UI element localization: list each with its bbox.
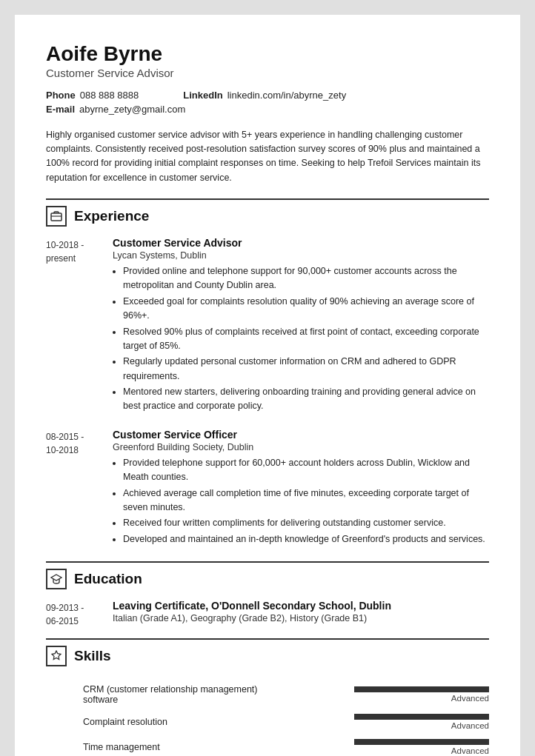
email-contact: E-mail abyrne_zety@gmail.com	[46, 104, 185, 115]
candidate-title: Customer Service Advisor	[46, 67, 489, 79]
skill-row: Complaint resolution Advanced	[46, 706, 489, 732]
exp-job-title: Customer Service Advisor	[113, 237, 489, 249]
education-section: Education 09-2013 -06-2015 Leaving Certi…	[46, 561, 489, 628]
skill-name: Time management	[83, 735, 276, 754]
svg-rect-0	[51, 213, 62, 221]
experience-entry: 08-2015 -10-2018 Customer Service Office…	[46, 429, 489, 548]
skill-bar	[354, 739, 489, 745]
experience-title: Experience	[74, 208, 149, 224]
education-list: 09-2013 -06-2015 Leaving Certificate, O'…	[46, 600, 489, 628]
exp-date: 08-2015 -10-2018	[46, 429, 113, 548]
exp-content: Customer Service Advisor Lycan Systems, …	[113, 237, 489, 415]
skill-bar-area: Advanced	[276, 706, 489, 732]
skill-level: Advanced	[451, 694, 489, 703]
exp-job-title: Customer Service Officer	[113, 429, 489, 441]
skill-name: Complaint resolution	[83, 709, 276, 729]
bullet-item: Achieved average call completion time of…	[123, 486, 489, 515]
exp-bullets: Provided telephone support for 60,000+ a…	[113, 456, 489, 546]
experience-entry: 10-2018 -present Customer Service Adviso…	[46, 237, 489, 415]
skills-header: Skills	[46, 638, 489, 666]
skill-level: Advanced	[451, 746, 489, 755]
email-value: abyrne_zety@gmail.com	[79, 104, 185, 115]
experience-list: 10-2018 -present Customer Service Adviso…	[46, 237, 489, 548]
contact-row-2: E-mail abyrne_zety@gmail.com	[46, 104, 489, 115]
experience-header: Experience	[46, 198, 489, 227]
education-entry: 09-2013 -06-2015 Leaving Certificate, O'…	[46, 600, 489, 628]
education-icon	[46, 569, 67, 589]
bullet-item: Developed and maintained an in-depth kno…	[123, 532, 489, 546]
linkedin-contact: LinkedIn linkedin.com/in/abyrne_zety	[183, 90, 346, 101]
bullet-item: Regularly updated personal customer info…	[123, 355, 489, 384]
summary-text: Highly organised customer service adviso…	[46, 128, 489, 186]
edu-date: 09-2013 -06-2015	[46, 600, 113, 628]
phone-contact: Phone 088 888 8888	[46, 90, 139, 101]
skill-bar-area: Advanced	[276, 679, 489, 704]
edu-subjects: Italian (Grade A1), Geography (Grade B2)…	[113, 613, 489, 623]
linkedin-label: LinkedIn	[183, 90, 222, 101]
contact-row-1: Phone 088 888 8888 LinkedIn linkedin.com…	[46, 90, 489, 101]
header: Aoife Byrne Customer Service Advisor Pho…	[46, 41, 489, 115]
experience-section: Experience 10-2018 -present Customer Ser…	[46, 198, 489, 548]
education-header: Education	[46, 561, 489, 589]
skill-bar-area: Advanced	[276, 732, 489, 756]
resume-page: Aoife Byrne Customer Service Advisor Pho…	[15, 15, 520, 756]
exp-company: Greenford Building Society, Dublin	[113, 442, 489, 452]
exp-content: Customer Service Officer Greenford Build…	[113, 429, 489, 548]
exp-date: 10-2018 -present	[46, 237, 113, 415]
candidate-name: Aoife Byrne	[46, 41, 489, 67]
education-title: Education	[74, 571, 142, 587]
exp-bullets: Provided online and telephone support fo…	[113, 264, 489, 414]
svg-marker-2	[51, 575, 62, 581]
bullet-item: Provided online and telephone support fo…	[123, 264, 489, 293]
bullet-item: Provided telephone support for 60,000+ a…	[123, 456, 489, 485]
exp-company: Lycan Systems, Dublin	[113, 250, 489, 261]
edu-degree: Leaving Certificate, O'Donnell Secondary…	[113, 600, 489, 612]
edu-content: Leaving Certificate, O'Donnell Secondary…	[113, 600, 489, 628]
skill-bar	[354, 714, 489, 720]
skill-name: CRM (customer relationship management) s…	[83, 677, 276, 706]
phone-value: 088 888 8888	[80, 90, 139, 101]
skills-title: Skills	[74, 648, 111, 664]
phone-label: Phone	[46, 90, 76, 101]
skills-section: Skills CRM (customer relationship manage…	[46, 638, 489, 756]
bullet-item: Received four written compliments for de…	[123, 516, 489, 530]
bullet-item: Resolved 90% plus of complaints received…	[123, 325, 489, 354]
experience-icon	[46, 206, 67, 227]
email-label: E-mail	[46, 104, 75, 115]
linkedin-value: linkedin.com/in/abyrne_zety	[227, 90, 346, 101]
skill-row: Time management Advanced	[46, 732, 489, 756]
skills-icon	[46, 646, 67, 666]
bullet-item: Exceeded goal for complaints resolution …	[123, 295, 489, 324]
skill-level: Advanced	[451, 721, 489, 730]
skill-bar	[354, 686, 489, 692]
skills-list: CRM (customer relationship management) s…	[46, 677, 489, 756]
bullet-item: Mentored new starters, delivering onboar…	[123, 385, 489, 414]
skill-row: CRM (customer relationship management) s…	[46, 677, 489, 706]
